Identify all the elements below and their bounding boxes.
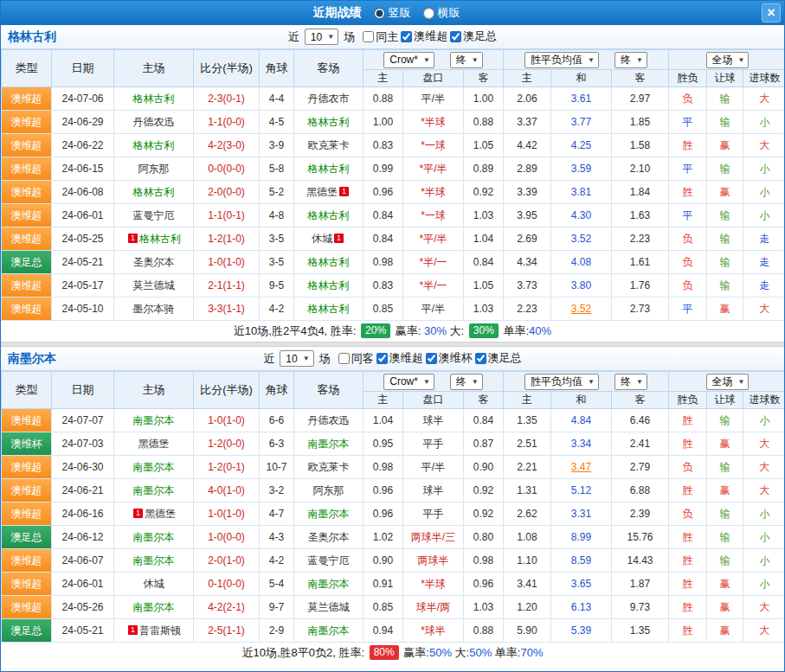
team-name: 格林古利 [308,163,350,175]
cell-avg-draw: 4.08 [551,251,612,274]
bookmaker-select[interactable]: Crow*▼ [383,52,434,68]
cell-handicap-result: 赢 [707,181,743,204]
league-filters-0: 澳维超澳足总 [398,29,497,45]
cell-avg-away: 1.58 [612,134,669,157]
bookmaker-select[interactable]: Crow*▼ [383,374,434,390]
cell-team: 格林古利 [294,298,364,321]
cell-league: 澳维超 [2,502,52,526]
league-checkbox[interactable] [376,353,388,364]
layout-option-vertical[interactable]: 竖版 [374,5,411,21]
league-filter-label: 澳足总 [463,29,497,44]
cell-date: 24-06-21 [52,479,114,502]
cell-handicap: *平/半 [403,157,464,181]
cell-date: 24-06-29 [52,111,114,134]
team-name: 格林古利 [133,139,175,151]
league-checkbox[interactable] [426,353,437,364]
table-row: 澳维超24-07-06格林古利2-3(0-1)4-4丹德农市0.88平/半1.0… [2,87,785,111]
near-label: 近 [263,351,274,367]
cell-team: 欧克莱卡 [294,456,364,479]
cell-avg-home: 3.95 [504,204,551,227]
close-button[interactable]: × [762,3,781,22]
league-checkbox[interactable] [450,31,461,42]
cell-score: 2-5(1-1) [194,619,260,643]
avg-group-header: 胜平负均值▼ 终▼ [504,372,669,392]
cell-date: 24-07-07 [52,409,114,432]
league-filter[interactable]: 澳维超 [376,350,423,366]
odds-final-select[interactable]: 终▼ [450,52,483,68]
table-row: 澳足总24-05-21圣奥尔本1-0(1-0)3-5格林古利0.98*半/一0.… [2,251,785,274]
chevron-down-icon: ▼ [588,378,595,386]
cell-team: 阿东那 [294,479,364,502]
cell-goals: 走 [743,274,785,298]
footer-text: 近10场,胜8平0负2, 胜率: [241,646,367,659]
cell-avg-draw: 4.30 [551,204,612,227]
match-count-select[interactable]: 10 ▼ [280,350,313,367]
cell-handicap-result: 输 [707,456,743,479]
cell-score: 2-0(1-0) [194,549,260,573]
avg-final-select-value: 终 [621,374,631,389]
chevron-down-icon: ▼ [636,378,643,386]
league-checkbox[interactable] [401,31,412,42]
cell-team: 1格林古利 [114,227,194,251]
cell-league: 澳维超 [2,573,52,596]
cell-score: 2-3(0-1) [194,87,260,111]
table-row: 澳维超24-05-17莫兰德城2-1(1-1)9-5格林古利0.83*半/一1.… [2,274,785,298]
odds-final-select[interactable]: 终▼ [450,374,483,390]
sub-result: 胜负 [669,70,707,87]
match-count-select[interactable]: 10 ▼ [305,29,338,45]
cell-corners: 3-9 [260,134,294,157]
sub-odds-away: 客 [464,392,504,409]
cell-score: 2-1(1-1) [194,274,260,298]
cell-date: 24-05-10 [52,298,114,321]
cell-corners: 9-5 [260,274,294,298]
table-row: 澳维超24-05-26南墨尔本4-2(2-1)9-7莫兰德城0.85球半/两1.… [2,596,785,619]
avg-final-select[interactable]: 终▼ [614,374,647,390]
cell-result: 平 [669,298,707,321]
sub-goals: 进球数 [743,70,785,87]
scope-select-value: 全场 [712,53,733,67]
team-name: 丹德农市 [308,93,350,105]
same-venue-checkbox-0[interactable] [363,31,374,42]
layout-option-horizontal[interactable]: 横版 [423,5,460,21]
league-checkbox[interactable] [475,353,486,364]
cell-avg-away: 6.88 [612,479,669,502]
sub-avg-away: 客 [612,392,669,409]
cell-date: 24-05-25 [52,227,114,251]
scope-select[interactable]: 全场▼ [706,374,750,390]
table-row: 澳维超24-06-29丹德农迅1-1(0-0)4-5格林古利1.00*半球0.8… [2,111,785,134]
horizontal-layout-radio[interactable] [423,8,434,19]
league-filter[interactable]: 澳足总 [475,350,522,366]
avg-type-select[interactable]: 胜平负均值▼ [524,52,599,68]
team-name: 南墨尔本 [133,601,175,613]
scope-select[interactable]: 全场▼ [706,52,750,68]
cell-goals: 小 [743,573,785,596]
same-venue-filter[interactable]: 同客 [338,351,374,367]
league-badge: 澳维超 [2,157,51,180]
league-filter[interactable]: 澳足总 [450,29,497,44]
league-badge: 澳维杯 [2,432,51,455]
cell-avg-home: 2.21 [504,456,551,479]
cell-odds-away: 0.96 [464,573,504,596]
cell-team: 格林古利 [294,204,364,227]
vertical-layout-radio[interactable] [374,8,385,19]
team-name: 南墨尔本 [133,414,175,426]
league-filter[interactable]: 澳维杯 [426,350,473,366]
results-table: 类型 日期 主场 比分(半场) 角球 客场 Crow*▼ 终▼ 胜平负均 [1,49,785,321]
cell-handicap: 球半/两 [403,596,464,619]
cell-date: 24-06-01 [52,573,114,596]
same-venue-checkbox-1[interactable] [338,353,350,364]
cell-handicap-result: 赢 [707,134,743,157]
avg-final-select[interactable]: 终▼ [614,52,647,68]
cell-league: 澳维超 [2,298,52,321]
avg-type-select[interactable]: 胜平负均值▼ [524,374,599,390]
cell-goals: 小 [743,409,785,432]
league-badge: 澳维超 [2,479,51,502]
sub-result: 胜负 [669,392,707,409]
league-badge: 澳足总 [2,251,51,273]
team-name: 南墨尔本 [133,531,175,543]
cell-corners: 4-4 [260,87,294,111]
cell-result: 负 [669,502,707,526]
same-venue-filter[interactable]: 同主 [363,29,398,45]
league-filter[interactable]: 澳维超 [401,29,447,44]
cell-team: 南墨尔本 [114,526,194,549]
